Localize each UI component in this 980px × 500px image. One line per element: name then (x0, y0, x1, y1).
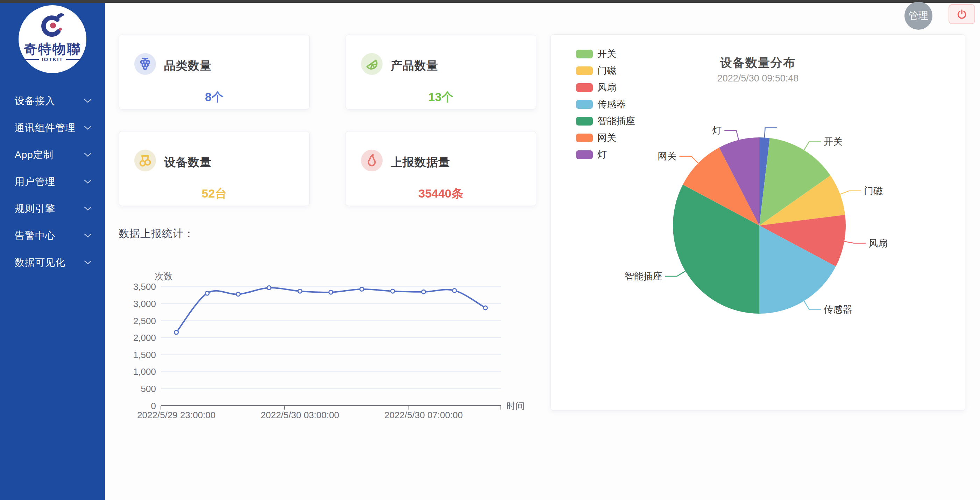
stat-card-title: 品类数量 (164, 58, 212, 74)
power-icon (956, 9, 967, 20)
line-chart-gridlines (161, 287, 501, 389)
svg-text:智能插座: 智能插座 (625, 271, 662, 281)
legend-item-switch[interactable]: 开关 (576, 49, 635, 59)
legend-item-gateway[interactable]: 网关 (576, 133, 635, 142)
line-chart-section-title: 数据上报统计： (119, 227, 194, 241)
stat-card-title: 设备数量 (164, 154, 212, 170)
stat-card-product-count: 产品数量 13个 (345, 35, 536, 110)
sidebar-item-device-access[interactable]: 设备接入 (0, 87, 105, 114)
legend-item-light[interactable]: 灯 (576, 150, 635, 159)
legend-swatch (576, 117, 593, 125)
logo-title: 奇特物聯 (19, 40, 86, 58)
stat-card-category-count: 品类数量 8个 (119, 35, 310, 110)
svg-text:2022/5/30 03:00:00: 2022/5/30 03:00:00 (261, 410, 339, 420)
cherry-icon (134, 150, 156, 171)
svg-text:灯: 灯 (712, 125, 722, 136)
chevron-down-icon (84, 98, 92, 103)
legend-item-fan[interactable]: 风扇 (576, 83, 635, 92)
avatar[interactable]: 管理 (904, 2, 932, 30)
pear-icon (361, 150, 383, 171)
line-chart: 05001,0001,5002,0002,5003,0003,5002022/5… (115, 264, 531, 428)
chevron-down-icon (84, 260, 92, 265)
chevron-down-icon (84, 233, 92, 238)
logo-rule-right (66, 59, 81, 60)
lemon-icon (361, 53, 383, 75)
pie-legend: 开关 门磁 风扇 传感器 智能插座 网关 灯 (576, 49, 635, 167)
chevron-down-icon (84, 179, 92, 184)
window-top-strip (0, 0, 980, 3)
legend-swatch (576, 133, 593, 142)
stat-card-value: 8个 (119, 89, 309, 105)
sidebar-item-rule-engine[interactable]: 规则引擎 (0, 195, 105, 222)
svg-text:2022/5/29 23:00:00: 2022/5/29 23:00:00 (137, 410, 215, 420)
sidebar: 奇特物聯 IOTKIT 设备接入 通讯组件管理 App定制 用户管理 (0, 3, 105, 500)
chevron-down-icon (84, 152, 92, 157)
dashboard-root: 奇特物聯 IOTKIT 设备接入 通讯组件管理 App定制 用户管理 (0, 0, 980, 500)
svg-text:2022/5/30 07:00:00: 2022/5/30 07:00:00 (384, 410, 463, 420)
stat-card-device-count: 设备数量 52台 (119, 131, 310, 206)
legend-swatch (576, 67, 593, 75)
legend-swatch (576, 150, 593, 159)
legend-item-door-magnet[interactable]: 门磁 (576, 66, 635, 75)
chevron-down-icon (84, 125, 92, 130)
sidebar-item-user-management[interactable]: 用户管理 (0, 168, 105, 195)
legend-item-smart-socket[interactable]: 智能插座 (576, 116, 635, 125)
logo-swirl-icon (38, 11, 67, 40)
svg-text:传感器: 传感器 (823, 304, 852, 315)
svg-text:1,500: 1,500 (133, 350, 156, 360)
logout-button[interactable] (948, 4, 975, 24)
svg-text:网关: 网关 (658, 151, 677, 162)
legend-swatch (576, 83, 593, 92)
stat-card-title: 上报数据量 (391, 154, 450, 170)
logo-subtitle: IOTKIT (19, 56, 86, 62)
sidebar-menu: 设备接入 通讯组件管理 App定制 用户管理 规则引擎 告警中心 (0, 87, 105, 276)
svg-text:500: 500 (141, 384, 156, 394)
svg-text:开关: 开关 (824, 137, 843, 147)
svg-text:次数: 次数 (154, 271, 173, 281)
legend-item-sensor[interactable]: 传感器 (576, 100, 635, 109)
line-series-markers (175, 286, 488, 334)
stat-card-value: 52台 (119, 186, 309, 202)
sidebar-item-data-visualization[interactable]: 数据可见化 (0, 249, 105, 276)
pie-slices (673, 137, 846, 314)
svg-text:3,500: 3,500 (133, 281, 156, 292)
svg-text:1,000: 1,000 (133, 367, 156, 377)
grape-icon (134, 53, 156, 75)
legend-swatch (576, 50, 593, 59)
logo: 奇特物聯 IOTKIT (19, 5, 86, 73)
stat-card-value: 13个 (346, 89, 536, 105)
stat-card-report-count: 上报数据量 35440条 (345, 131, 536, 206)
svg-text:2,500: 2,500 (133, 316, 156, 326)
logo-rule-left (24, 59, 39, 60)
pie-chart-card: 设备数量分布 2022/5/30 09:50:48 开关门磁风扇传感器智能插座网… (550, 34, 965, 411)
legend-swatch (576, 100, 593, 109)
svg-text:门磁: 门磁 (864, 186, 883, 196)
svg-text:3,000: 3,000 (133, 298, 156, 309)
stat-card-title: 产品数量 (391, 58, 438, 74)
svg-text:2,000: 2,000 (133, 333, 156, 343)
sidebar-item-comm-components[interactable]: 通讯组件管理 (0, 114, 105, 141)
stat-card-value: 35440条 (346, 186, 536, 202)
sidebar-item-app-custom[interactable]: App定制 (0, 141, 105, 168)
sidebar-item-alert-center[interactable]: 告警中心 (0, 222, 105, 249)
chevron-down-icon (84, 206, 92, 211)
svg-text:风扇: 风扇 (869, 238, 888, 249)
svg-text:时间: 时间 (506, 401, 525, 411)
